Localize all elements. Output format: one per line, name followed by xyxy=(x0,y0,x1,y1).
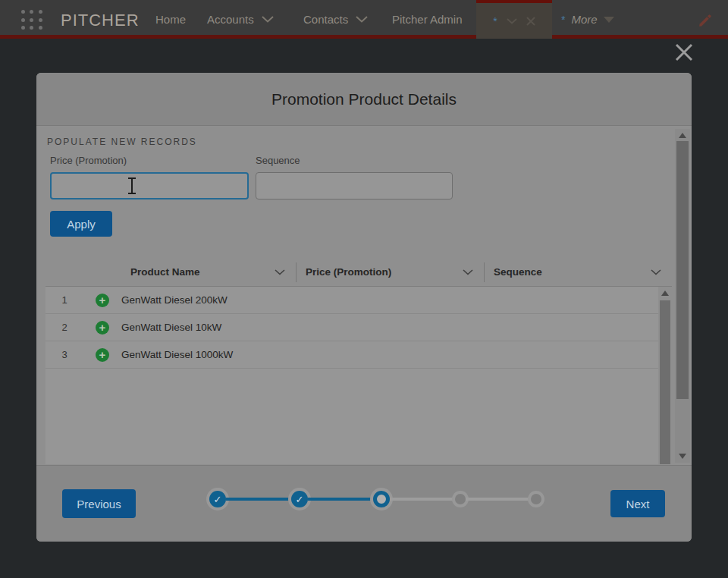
nav-item-label: Accounts xyxy=(207,13,254,26)
chevron-down-icon[interactable] xyxy=(275,266,285,278)
column-label: Product Name xyxy=(130,266,200,278)
modal-header: Promotion Product Details xyxy=(36,73,692,126)
nav-item-accounts[interactable]: Accounts xyxy=(207,13,274,26)
step-connector xyxy=(308,498,373,501)
step-4-upcoming[interactable] xyxy=(455,494,466,504)
nav-item-label: Home xyxy=(155,13,186,26)
apply-button[interactable]: Apply xyxy=(50,211,112,237)
table-row: 3 + GenWatt Diesel 1000kW xyxy=(46,341,672,369)
modal-footer: Previous ✓ ✓ Next xyxy=(36,465,692,542)
close-tab-icon[interactable] xyxy=(526,17,535,26)
edit-icon[interactable] xyxy=(698,13,713,31)
brand-logo: PITCHER xyxy=(61,11,140,30)
product-name-cell: GenWatt Diesel 1000kW xyxy=(121,349,233,360)
row-number: 1 xyxy=(46,294,83,306)
step-connector xyxy=(466,498,531,501)
nav-item-label: Pitcher Admin xyxy=(392,13,463,26)
chevron-down-icon[interactable] xyxy=(651,266,661,278)
chevron-down-icon[interactable] xyxy=(507,18,517,24)
modal-scrollbar[interactable] xyxy=(675,129,690,463)
modal-title: Promotion Product Details xyxy=(36,73,692,126)
next-button[interactable]: Next xyxy=(610,490,665,517)
step-5-upcoming[interactable] xyxy=(531,494,541,504)
column-header-sequence[interactable]: Sequence xyxy=(485,262,672,282)
unsaved-indicator: * xyxy=(493,15,497,27)
close-icon[interactable] xyxy=(672,40,696,64)
scroll-up-icon[interactable] xyxy=(679,133,686,138)
promotion-product-details-modal: Promotion Product Details POPULATE NEW R… xyxy=(36,73,692,542)
chevron-down-icon[interactable] xyxy=(463,266,473,278)
scroll-down-icon[interactable] xyxy=(679,454,686,459)
check-icon: ✓ xyxy=(296,494,304,505)
add-row-icon[interactable]: + xyxy=(96,321,109,335)
more-label: More xyxy=(571,13,597,26)
row-number-column-header xyxy=(46,258,121,286)
text-cursor-icon xyxy=(127,177,137,195)
nav-item-pitcher-admin[interactable]: Pitcher Admin xyxy=(392,13,463,26)
step-connector xyxy=(390,498,455,501)
table-row: 1 + GenWatt Diesel 200kW xyxy=(46,287,672,314)
section-title: POPULATE NEW RECORDS xyxy=(47,137,197,147)
screen: PITCHER Home Accounts Contacts Pitcher A… xyxy=(0,0,728,578)
product-name-cell: GenWatt Diesel 200kW xyxy=(121,294,228,306)
add-row-icon[interactable]: + xyxy=(96,294,109,307)
column-header-product-name[interactable]: Product Name xyxy=(121,262,297,282)
sequence-field-label: Sequence xyxy=(256,155,300,166)
price-field-label: Price (Promotion) xyxy=(50,155,127,166)
column-label: Price (Promotion) xyxy=(306,266,391,278)
step-connector xyxy=(226,498,291,501)
active-workspace-tab[interactable]: * xyxy=(476,0,552,39)
previous-button[interactable]: Previous xyxy=(62,489,136,518)
table-header: Product Name Price (Promotion) Sequence xyxy=(46,258,672,287)
chevron-down-icon xyxy=(356,16,368,23)
step-2-complete[interactable]: ✓ xyxy=(291,491,308,507)
scrollbar-thumb[interactable] xyxy=(676,141,689,399)
top-nav: PITCHER Home Accounts Contacts Pitcher A… xyxy=(0,0,728,39)
price-input[interactable] xyxy=(50,172,249,199)
chevron-down-icon xyxy=(262,16,274,23)
nav-item-contacts[interactable]: Contacts xyxy=(303,13,368,26)
product-name-cell: GenWatt Diesel 10kW xyxy=(121,322,221,333)
row-number: 3 xyxy=(46,349,83,360)
table-body: 1 + GenWatt Diesel 200kW 2 + GenWatt Die… xyxy=(46,287,672,464)
unsaved-indicator: * xyxy=(561,14,565,26)
row-number: 2 xyxy=(46,322,83,333)
triangle-down-icon xyxy=(604,17,614,23)
app-launcher-icon[interactable] xyxy=(21,10,44,31)
scroll-up-icon[interactable] xyxy=(661,291,669,296)
sequence-input[interactable] xyxy=(256,172,453,199)
check-icon: ✓ xyxy=(214,494,222,505)
scrollbar-thumb[interactable] xyxy=(660,300,670,464)
nav-item-home[interactable]: Home xyxy=(155,13,186,26)
add-row-icon[interactable]: + xyxy=(96,348,109,362)
progress-stepper: ✓ ✓ xyxy=(209,491,541,507)
nav-item-label: Contacts xyxy=(303,13,348,26)
table-row: 2 + GenWatt Diesel 10kW xyxy=(46,314,672,341)
column-header-price-promotion[interactable]: Price (Promotion) xyxy=(297,262,485,282)
step-3-current[interactable] xyxy=(373,491,390,507)
column-label: Sequence xyxy=(494,266,542,278)
step-1-complete[interactable]: ✓ xyxy=(209,491,226,507)
nav-more-menu[interactable]: * More xyxy=(561,13,614,26)
table-scrollbar[interactable] xyxy=(658,287,672,464)
